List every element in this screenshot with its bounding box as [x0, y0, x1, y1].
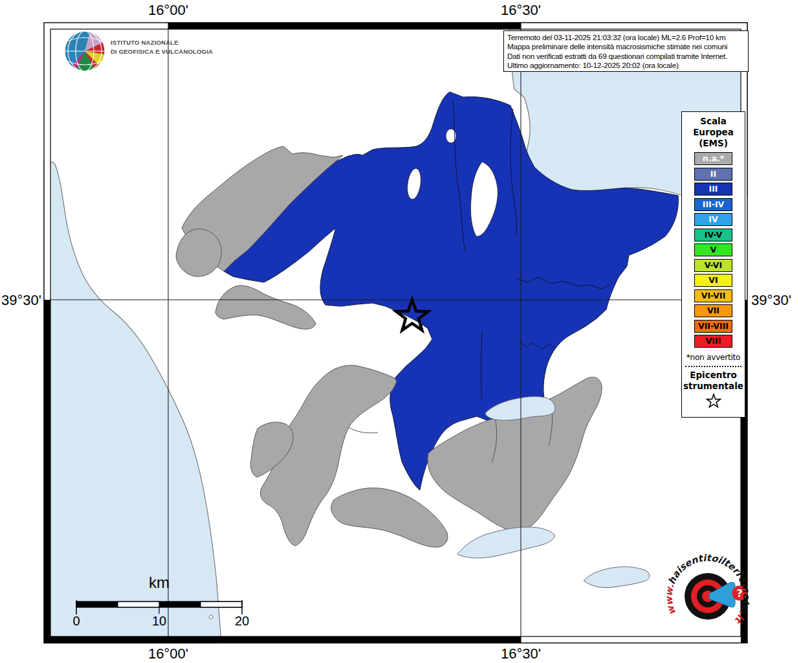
islet [209, 615, 213, 619]
lon-label-bottom-left: 16°00' [126, 646, 210, 662]
legend-item-VII: VII [694, 304, 732, 317]
scale-unit-label: km [133, 574, 185, 592]
epicenter-label-line2: strumentale [682, 381, 745, 392]
ingv-logo-line1: ISTITUTO NAZIONALE [111, 39, 179, 47]
legend-title-line1: Scala [682, 116, 745, 127]
earthquake-info-box: Terremoto del 03-11-2025 21:03:32 (ora l… [503, 30, 749, 72]
legend-item-IV-V: IV-V [694, 229, 732, 242]
legend-item-VI: VI [694, 274, 732, 287]
scale-tick-10: 10 [140, 614, 179, 629]
legend-item-V-VI: V-VI [694, 259, 732, 272]
legend-item-II: II [694, 168, 732, 181]
legend-title-line2: Europea [682, 127, 745, 138]
legend-title-line3: (EMS) [682, 138, 745, 149]
legend-item-n.a.*: n.a.* [694, 152, 732, 165]
epicenter-label-line1: Epicentro [682, 370, 745, 381]
legend-item-VI-VII: VI-VII [694, 289, 732, 302]
info-line-update: Ultimo aggiornamento: 10-12-2025 20:02 (… [507, 61, 745, 70]
lat-label-right: 39°30' [751, 292, 791, 309]
ems-legend: Scala Europea (EMS) n.a.*IIIIIIII-IVIVIV… [681, 111, 745, 418]
legend-footnote: *non avvertito [682, 353, 745, 362]
info-line-event: Terremoto del 03-11-2025 21:03:32 (ora l… [507, 33, 745, 42]
info-line-data: Dati non verificati estratti da 69 quest… [507, 52, 745, 61]
scale-tick-20: 20 [223, 614, 261, 629]
lon-label-top-left: 16°00' [126, 2, 210, 19]
ingv-logo-line2: DI GEOFISICA E VULCANOLOGIA [111, 48, 213, 56]
ingv-globe-icon [65, 31, 105, 71]
legend-epicenter-label: Epicentro strumentale [682, 370, 745, 392]
info-line-map: Mappa preliminare delle intensità macros… [507, 42, 745, 51]
legend-item-VIII: VIII [694, 335, 732, 348]
legend-item-IV: IV [694, 213, 732, 226]
lon-label-bottom-right: 16°30' [479, 646, 563, 662]
legend-separator [685, 366, 741, 367]
epicenter-star-icon [704, 393, 723, 410]
legend-item-VII-VIII: VII-VIII [694, 320, 732, 333]
legend-item-V: V [694, 243, 732, 256]
legend-item-III-IV: III-IV [694, 198, 732, 211]
page: ? www.haisentitoilterremoto.it 16°00' 16… [0, 0, 812, 663]
scale-tick-0: 0 [57, 614, 96, 629]
legend-title: Scala Europea (EMS) [682, 112, 745, 149]
legend-item-III: III [694, 183, 732, 196]
lon-label-top-right: 16°30' [479, 2, 563, 19]
lat-label-left: 39°30' [0, 292, 41, 309]
legend-items: n.a.*IIIIIIII-IVIVIV-VVV-VIVIVI-VIIVIIVI… [682, 152, 745, 348]
